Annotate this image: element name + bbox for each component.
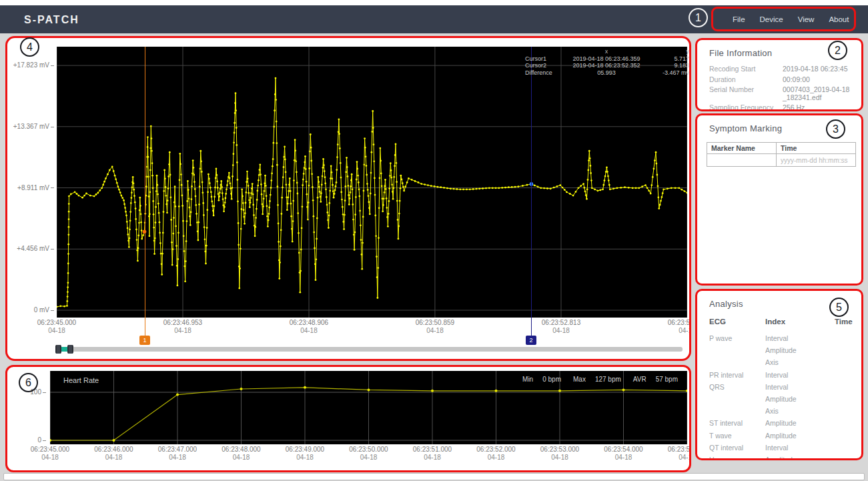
ecg-x-tick-label: 06:23:48.90604-18: [279, 319, 339, 335]
ecg-range-slider[interactable]: [57, 345, 683, 354]
status-bar: [3, 473, 865, 480]
hr-y-tick-label: 0: [7, 436, 46, 444]
slider-handle-left[interactable]: [55, 345, 61, 354]
marker-name-cell[interactable]: [707, 154, 777, 167]
callout-2-file-info: 2: [828, 41, 847, 60]
analysis-row: QRSInterval: [709, 381, 853, 393]
analysis-ecg-cell: T wave: [709, 432, 765, 440]
analysis-header-ecg: ECG: [709, 318, 765, 326]
ecg-y-tick-label: +8.911 mV: [7, 184, 54, 191]
slider-handle-right[interactable]: [67, 345, 73, 354]
cursor2-dot: [530, 182, 534, 186]
time-header: Time: [777, 143, 856, 154]
cursor-table-x-header: x: [562, 48, 650, 55]
hr-x-tick-label: 06:23:45.00004-18: [20, 446, 80, 462]
callout-4-ecg: 4: [20, 37, 39, 57]
app-title: S-PATCH: [24, 14, 79, 26]
cursor1-label: Cursor1: [524, 55, 562, 63]
duration-value: 00:09:00: [783, 76, 852, 84]
analysis-index-cell: Amplitude: [765, 395, 835, 403]
analysis-index-cell: Interval: [765, 383, 835, 391]
analysis-row: Axis: [709, 405, 853, 417]
hr-x-tick-label: 06:23:54.00004-18: [594, 446, 654, 462]
menu-bar: File Device View About: [733, 5, 849, 33]
hr-min-label: Min: [522, 376, 533, 383]
callout-1-menu: 1: [689, 8, 708, 27]
hr-x-tick-label: 06:23:47.00004-18: [147, 446, 207, 462]
cursor-tag-1[interactable]: 1: [139, 336, 150, 345]
analysis-index-cell: Amplitude: [765, 456, 835, 460]
cursor2-label: Cursor2: [524, 62, 562, 69]
cursor1-y: 5.717: [650, 55, 691, 63]
marker-name-header: Marker Name: [707, 143, 777, 154]
file-information-rows: Recoding Start 2019-04-18 06:23:45 Durat…: [709, 65, 852, 111]
analysis-header-row: ECG Index Time: [709, 318, 853, 326]
ecg-y-tick-label: +13.367 mV: [7, 123, 54, 130]
ecg-y-tick-label: 0 mV: [7, 306, 54, 314]
analysis-ecg-cell: QT interval: [709, 444, 765, 452]
analysis-row: Amplitude: [709, 344, 853, 356]
analysis-row: Axis: [709, 356, 853, 368]
symptom-marking-table: Marker Name Time: [707, 142, 856, 167]
analysis-index-cell: Axis: [765, 358, 835, 366]
heart-rate-panel: Heart Rate Min0 bpm Max127 bpm AVR57 bpm…: [5, 365, 691, 472]
cursor1-dot: [143, 230, 147, 234]
cursor1-x: 2019-04-18 06:23:46.359: [562, 55, 650, 63]
analysis-title: Analysis: [709, 299, 743, 309]
serial-number-label: Serial Number: [709, 86, 783, 101]
analysis-ecg-cell: QRS: [709, 383, 765, 391]
analysis-index-cell: Axis: [765, 407, 835, 415]
hr-avr-label: AVR: [633, 376, 646, 383]
top-white-strip: [0, 0, 868, 5]
cursor-tag-2[interactable]: 2: [526, 336, 536, 345]
ecg-waveform: [57, 78, 687, 307]
menu-file[interactable]: File: [733, 15, 745, 23]
hr-min-value: 0 bpm: [542, 376, 561, 383]
slider-track[interactable]: [57, 347, 683, 352]
hr-x-tick-label: 06:23:46.00004-18: [84, 446, 144, 462]
ecg-x-tick-label: 06:23:45.00004-18: [27, 319, 87, 335]
file-information-title: File Information: [709, 48, 772, 58]
ecg-x-tick-label: 06:23:54.76604-18: [657, 319, 691, 335]
callout-3-symptom: 3: [826, 119, 845, 139]
heart-rate-plot-area[interactable]: Heart Rate Min0 bpm Max127 bpm AVR57 bpm: [50, 371, 687, 444]
hr-x-tick-label: 06:23:52.00004-18: [466, 446, 526, 462]
analysis-row: QT intervalInterval: [709, 442, 853, 454]
analysis-index-cell: Interval: [765, 334, 835, 342]
menu-about[interactable]: About: [829, 15, 849, 23]
analysis-header-index: Index: [765, 318, 835, 326]
marker-time-input[interactable]: [781, 157, 851, 164]
analysis-row: Amplitude: [709, 393, 853, 405]
ecg-plot-area[interactable]: x y Cursor1 2019-04-18 06:23:46.359 5.71…: [57, 47, 687, 318]
ecg-y-tick-label: +4.456 mV: [7, 245, 54, 252]
marker-time-cell[interactable]: [777, 154, 856, 167]
sampling-frequency-value: 256 Hz: [783, 104, 852, 111]
analysis-index-cell: Amplitude: [765, 432, 835, 440]
hr-x-tick-label: 06:23:49.00004-18: [275, 446, 335, 462]
analysis-row: U waveAmplitude: [709, 454, 853, 460]
duration-label: Duration: [709, 76, 783, 84]
analysis-index-cell: Amplitude: [765, 346, 835, 354]
sampling-frequency-label: Sampling Frequency: [709, 104, 783, 111]
difference-label: Difference: [524, 69, 562, 77]
recording-start-label: Recoding Start: [709, 65, 783, 73]
analysis-ecg-cell: PR interval: [709, 371, 765, 379]
difference-y: -3.467 mv: [650, 69, 691, 77]
hr-x-tick-label: 06:23:50.00004-18: [339, 446, 399, 462]
hr-max-label: Max: [573, 376, 586, 383]
ecg-sample-dots: [57, 77, 687, 308]
menu-view[interactable]: View: [798, 15, 815, 23]
analysis-index-cell: Amplitude: [765, 419, 835, 427]
recording-start-value: 2019-04-18 06:23:45: [783, 65, 852, 73]
cursor-table-corner: [524, 48, 562, 55]
ecg-x-tick-label: 06:23:52.81304-18: [531, 319, 591, 335]
cursor-info-table: x y Cursor1 2019-04-18 06:23:46.359 5.71…: [524, 48, 691, 76]
cursor2-x: 2019-04-18 06:23:52.352: [562, 62, 650, 69]
ecg-x-tick-label: 06:23:46.95304-18: [153, 319, 213, 335]
hr-x-tick-label: 06:23:53.00004-18: [530, 446, 590, 462]
ecg-panel: x y Cursor1 2019-04-18 06:23:46.359 5.71…: [5, 36, 691, 361]
serial-number-value: 0007403_2019-04-18_182341.edf: [783, 86, 852, 101]
heart-rate-title: Heart Rate: [63, 376, 99, 384]
analysis-header-time: Time: [835, 318, 853, 326]
menu-device[interactable]: Device: [760, 15, 783, 23]
